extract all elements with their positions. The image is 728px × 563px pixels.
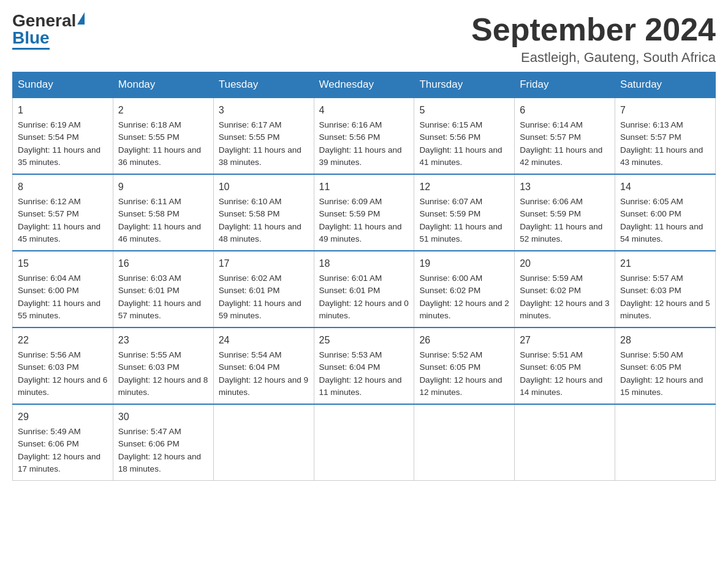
calendar-cell: 15Sunrise: 6:04 AMSunset: 6:00 PMDayligh…: [13, 251, 113, 327]
calendar-cell: 21Sunrise: 5:57 AMSunset: 6:03 PMDayligh…: [615, 251, 716, 327]
day-number: 5: [419, 103, 509, 118]
calendar-cell: 20Sunrise: 5:59 AMSunset: 6:02 PMDayligh…: [515, 251, 615, 327]
calendar-cell: 4Sunrise: 6:16 AMSunset: 5:56 PMDaylight…: [314, 98, 414, 174]
calendar-cell: 6Sunrise: 6:14 AMSunset: 5:57 PMDaylight…: [515, 98, 615, 174]
calendar-cell: 30Sunrise: 5:47 AMSunset: 6:06 PMDayligh…: [113, 404, 213, 481]
calendar-cell: 10Sunrise: 6:10 AMSunset: 5:58 PMDayligh…: [213, 174, 314, 251]
calendar-cell: [314, 404, 414, 481]
logo-underline: [12, 48, 50, 50]
calendar-cell: 28Sunrise: 5:50 AMSunset: 6:05 PMDayligh…: [615, 327, 716, 404]
calendar-cell: 18Sunrise: 6:01 AMSunset: 6:01 PMDayligh…: [314, 251, 414, 327]
day-number: 8: [18, 180, 108, 194]
title-area: September 2024 Eastleigh, Gauteng, South…: [471, 12, 716, 66]
col-saturday: Saturday: [615, 72, 716, 98]
calendar-cell: 23Sunrise: 5:55 AMSunset: 6:03 PMDayligh…: [113, 327, 213, 404]
week-row-2: 8Sunrise: 6:12 AMSunset: 5:57 PMDaylight…: [13, 174, 716, 251]
calendar-cell: [515, 404, 615, 481]
calendar-cell: 17Sunrise: 6:02 AMSunset: 6:01 PMDayligh…: [213, 251, 314, 327]
day-number: 10: [219, 180, 309, 194]
calendar-cell: 3Sunrise: 6:17 AMSunset: 5:55 PMDaylight…: [213, 98, 314, 174]
calendar-cell: 19Sunrise: 6:00 AMSunset: 6:02 PMDayligh…: [414, 251, 515, 327]
calendar-cell: 22Sunrise: 5:56 AMSunset: 6:03 PMDayligh…: [13, 327, 113, 404]
col-monday: Monday: [113, 72, 213, 98]
calendar-header-row: Sunday Monday Tuesday Wednesday Thursday…: [13, 72, 716, 98]
day-number: 6: [520, 103, 610, 118]
day-number: 29: [18, 410, 108, 424]
day-number: 30: [118, 410, 208, 424]
day-number: 9: [118, 180, 208, 194]
day-number: 26: [419, 333, 509, 348]
day-number: 17: [219, 256, 309, 271]
day-number: 25: [319, 333, 409, 348]
calendar-cell: [615, 404, 716, 481]
calendar-cell: 13Sunrise: 6:06 AMSunset: 5:59 PMDayligh…: [515, 174, 615, 251]
day-number: 7: [620, 103, 710, 118]
calendar-cell: [414, 404, 515, 481]
day-number: 28: [620, 333, 710, 348]
day-number: 13: [520, 180, 610, 194]
calendar-cell: 14Sunrise: 6:05 AMSunset: 6:00 PMDayligh…: [615, 174, 716, 251]
logo: General Blue: [12, 12, 85, 50]
day-number: 20: [520, 256, 610, 271]
day-number: 22: [18, 333, 108, 348]
col-wednesday: Wednesday: [314, 72, 414, 98]
col-friday: Friday: [515, 72, 615, 98]
day-number: 18: [319, 256, 409, 271]
day-number: 27: [520, 333, 610, 348]
col-sunday: Sunday: [13, 72, 113, 98]
day-number: 14: [620, 180, 710, 194]
col-tuesday: Tuesday: [213, 72, 314, 98]
week-row-5: 29Sunrise: 5:49 AMSunset: 6:06 PMDayligh…: [13, 404, 716, 481]
calendar-cell: 9Sunrise: 6:11 AMSunset: 5:58 PMDaylight…: [113, 174, 213, 251]
calendar-cell: 8Sunrise: 6:12 AMSunset: 5:57 PMDaylight…: [13, 174, 113, 251]
calendar-cell: 29Sunrise: 5:49 AMSunset: 6:06 PMDayligh…: [13, 404, 113, 481]
calendar-cell: 5Sunrise: 6:15 AMSunset: 5:56 PMDaylight…: [414, 98, 515, 174]
calendar-cell: 11Sunrise: 6:09 AMSunset: 5:59 PMDayligh…: [314, 174, 414, 251]
calendar-cell: 27Sunrise: 5:51 AMSunset: 6:05 PMDayligh…: [515, 327, 615, 404]
day-number: 16: [118, 256, 208, 271]
calendar-cell: 2Sunrise: 6:18 AMSunset: 5:55 PMDaylight…: [113, 98, 213, 174]
calendar-cell: [213, 404, 314, 481]
logo-triangle-icon: [77, 12, 85, 25]
col-thursday: Thursday: [414, 72, 515, 98]
week-row-3: 15Sunrise: 6:04 AMSunset: 6:00 PMDayligh…: [13, 251, 716, 327]
day-number: 19: [419, 256, 509, 271]
week-row-4: 22Sunrise: 5:56 AMSunset: 6:03 PMDayligh…: [13, 327, 716, 404]
calendar-cell: 1Sunrise: 6:19 AMSunset: 5:54 PMDaylight…: [13, 98, 113, 174]
day-number: 1: [18, 103, 108, 118]
logo-general-text: General: [12, 12, 76, 29]
day-number: 21: [620, 256, 710, 271]
day-number: 15: [18, 256, 108, 271]
page-header: General Blue September 2024 Eastleigh, G…: [12, 12, 716, 66]
day-number: 3: [219, 103, 309, 118]
day-number: 24: [219, 333, 309, 348]
calendar-cell: 12Sunrise: 6:07 AMSunset: 5:59 PMDayligh…: [414, 174, 515, 251]
day-number: 12: [419, 180, 509, 194]
month-title: September 2024: [471, 12, 716, 47]
day-number: 11: [319, 180, 409, 194]
calendar-cell: 25Sunrise: 5:53 AMSunset: 6:04 PMDayligh…: [314, 327, 414, 404]
logo-blue-text: Blue: [12, 29, 50, 47]
day-number: 2: [118, 103, 208, 118]
calendar-cell: 7Sunrise: 6:13 AMSunset: 5:57 PMDaylight…: [615, 98, 716, 174]
day-number: 23: [118, 333, 208, 348]
location-title: Eastleigh, Gauteng, South Africa: [471, 50, 716, 66]
calendar-table: Sunday Monday Tuesday Wednesday Thursday…: [12, 72, 716, 481]
day-number: 4: [319, 103, 409, 118]
week-row-1: 1Sunrise: 6:19 AMSunset: 5:54 PMDaylight…: [13, 98, 716, 174]
calendar-cell: 16Sunrise: 6:03 AMSunset: 6:01 PMDayligh…: [113, 251, 213, 327]
calendar-cell: 26Sunrise: 5:52 AMSunset: 6:05 PMDayligh…: [414, 327, 515, 404]
calendar-cell: 24Sunrise: 5:54 AMSunset: 6:04 PMDayligh…: [213, 327, 314, 404]
